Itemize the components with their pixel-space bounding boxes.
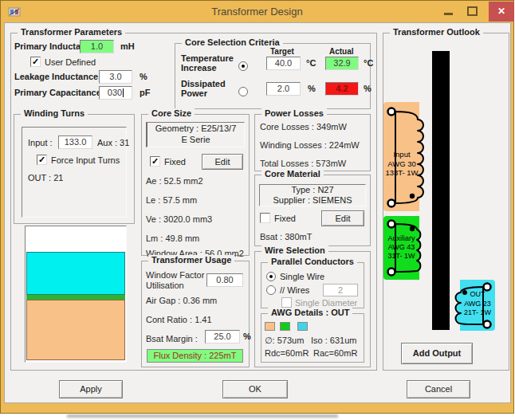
minimize-icon[interactable]	[444, 13, 453, 15]
primary-inductance-field[interactable]: 1.0	[80, 40, 114, 53]
temperature-increase-radio[interactable]	[238, 61, 248, 71]
winding-auxiliary-label: Auxiliary AWG 43 31T- 1W	[383, 234, 419, 261]
temperature-actual-unit: °C	[364, 58, 373, 68]
wire-iso-text: Iso : 631um	[311, 336, 356, 345]
window-title: Transformer Design	[1, 6, 513, 18]
core-bar	[432, 51, 450, 330]
temperature-target-unit: °C	[306, 58, 316, 68]
polarity-dot	[410, 194, 415, 198]
window-factor-label: Window FactorUtilisation	[146, 270, 204, 291]
leakage-inductance-field[interactable]: 3.0	[99, 70, 132, 84]
core-losses-text: Core Losses : 349mW	[260, 122, 347, 131]
titlebar[interactable]: Transformer Design ✕	[1, 1, 513, 22]
awg-input-swatch[interactable]	[265, 322, 275, 331]
out-turns-text: OUT : 21	[28, 173, 63, 183]
group-title: Power Losses	[261, 108, 327, 118]
user-defined-label: User Defined	[45, 57, 96, 67]
group-title: Transformer Parameters	[18, 27, 125, 37]
temperature-target-field[interactable]: 40.0	[266, 57, 301, 70]
air-gap-text: Air Gap : 0.36 mm	[146, 296, 217, 305]
winding-out[interactable]: OUT AWG 23 21T- 1W	[452, 280, 495, 331]
group-title: Core Material	[261, 169, 324, 179]
aux-turns-text: Aux : 31	[97, 138, 129, 147]
cross-section-input-band	[26, 300, 125, 360]
parallel-wires-count-field[interactable]: 2	[323, 284, 358, 296]
core-size-fixed-label: Fixed	[164, 157, 186, 167]
single-wire-label: Single Wire	[280, 272, 324, 281]
winding-input[interactable]: Input AWG 30 133T- 1W	[383, 102, 429, 211]
single-wire-radio[interactable]	[266, 272, 276, 281]
core-ve-text: Ve : 3020.0 mm3	[146, 214, 212, 224]
total-losses-text: Total Losses : 573mW	[260, 159, 346, 168]
power-target-field[interactable]: 2.0	[266, 82, 301, 96]
core-le-text: Le : 57.5 mm	[146, 195, 197, 205]
bsat-margin-unit: %	[243, 332, 251, 341]
input-turns-field[interactable]: 133.0	[58, 135, 92, 149]
power-actual-field: 4.2	[325, 82, 359, 96]
material-fixed-label: Fixed	[274, 214, 296, 223]
force-input-turns-label: Force Input Turns	[51, 155, 120, 165]
material-type-button[interactable]: Type : N27Supplier : SIEMENS	[259, 184, 366, 206]
primary-capacitance-unit: pF	[140, 88, 150, 97]
close-icon[interactable]: ✕	[489, 2, 514, 22]
awg-aux-swatch[interactable]	[280, 322, 290, 331]
add-output-button[interactable]: Add Output	[401, 343, 473, 364]
polarity-dot	[410, 226, 415, 231]
user-defined-checkbox[interactable]	[30, 57, 41, 67]
core-size-fixed-checkbox[interactable]	[150, 156, 160, 167]
group-title: Winding Turns	[21, 108, 88, 118]
wire-rac-text: Rac=60mR	[313, 348, 357, 358]
core-size-edit-button[interactable]: Edit	[202, 154, 243, 170]
target-header: Target	[270, 47, 294, 56]
apply-button[interactable]: Apply	[59, 380, 123, 398]
group-title: Wire Selection	[261, 245, 328, 255]
winding-out-label: OUT AWG 23 21T- 1W	[461, 290, 494, 318]
primary-capacitance-field[interactable]: 030	[99, 86, 132, 100]
cancel-button[interactable]: Cancel	[407, 380, 470, 398]
winding-cross-section	[25, 226, 127, 363]
parallel-wires-radio[interactable]	[266, 285, 276, 295]
power-target-unit: %	[308, 84, 316, 93]
temperature-actual-field: 32.9	[325, 57, 359, 70]
window-factor-field[interactable]: 0.80	[206, 273, 243, 287]
core-ae-text: Ae : 52.5 mm2	[146, 176, 203, 186]
wire-rdc-text: Rdc=60mR	[265, 348, 309, 358]
leakage-inductance-label: Leakage Inductance	[14, 72, 98, 81]
material-fixed-checkbox[interactable]	[260, 213, 270, 223]
single-diameter-label: Single Diameter	[295, 298, 357, 308]
wire-diameter-text: ∅: 573um	[265, 336, 304, 346]
leakage-inductance-unit: %	[140, 72, 147, 81]
window-shadow	[67, 414, 338, 418]
material-edit-button[interactable]: Edit	[321, 210, 364, 226]
bsat-text: Bsat : 380mT	[260, 232, 312, 241]
core-lm-text: Lm : 49.8 mm	[146, 234, 199, 243]
group-title: Transformer Outlook	[390, 27, 483, 37]
awg-out-swatch[interactable]	[297, 322, 308, 331]
bsat-margin-label: Bsat Margin :	[146, 334, 198, 343]
terminal-dot	[484, 321, 491, 328]
single-diameter-checkbox[interactable]	[281, 297, 292, 308]
transformer-design-window: Transformer Design ✕ Transformer Paramet…	[0, 0, 514, 414]
terminal-dot	[388, 200, 395, 207]
ok-button[interactable]: OK	[222, 380, 288, 398]
parallel-wires-label: // Wires	[280, 285, 309, 295]
cross-section-out-band	[26, 252, 125, 295]
geometry-button[interactable]: Geometry : E25/13/7E Serie	[146, 122, 245, 147]
force-input-turns-checkbox[interactable]	[37, 155, 47, 165]
primary-capacitance-label: Primary Capacitance	[14, 88, 101, 97]
text-cursor	[123, 88, 124, 97]
winding-input-label: Input AWG 30 133T- 1W	[383, 150, 420, 178]
winding-auxiliary[interactable]: Auxiliary AWG 43 31T- 1W	[383, 216, 429, 280]
group-title: Core Size	[148, 108, 195, 118]
cont-ratio-text: Cont Ratio : 1.41	[146, 315, 212, 324]
maximize-icon[interactable]	[467, 6, 478, 16]
group-title: Transformer Usage	[148, 255, 234, 265]
bsat-margin-field[interactable]: 25.0	[205, 330, 240, 343]
terminal-dot	[388, 108, 395, 116]
dissipated-power-radio[interactable]	[238, 87, 248, 96]
actual-header: Actual	[329, 47, 354, 56]
temperature-increase-label: TemperatureIncrease	[181, 53, 234, 73]
terminal-dot	[388, 269, 395, 276]
terminal-dot	[388, 221, 395, 228]
input-turns-label: Input :	[28, 138, 53, 147]
